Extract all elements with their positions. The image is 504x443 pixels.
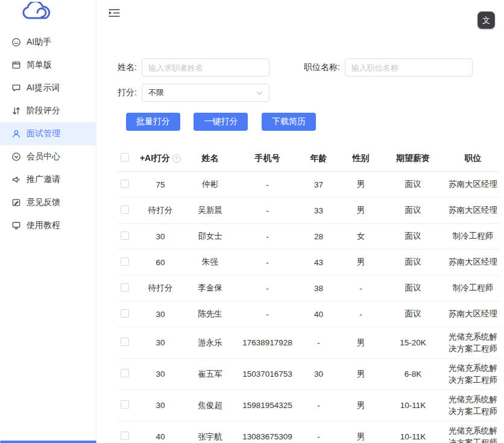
name-cell: 焦俊超 [181,400,239,411]
position-cell: 苏南大区经理 [446,304,500,324]
name-cell: 朱强 [181,257,239,268]
score-cell: 30 [139,401,181,410]
table-row: 75 仲彬 - 37 男 面议 苏南大区经理 [118,172,500,198]
header-position: 职位 [446,153,500,164]
sidebar-item-label: AI助手 [27,37,51,48]
row-checkbox[interactable] [121,180,129,188]
score-cell: 待打分 [139,205,181,216]
row-checkbox[interactable] [121,283,129,292]
salary-cell: 10-11K [380,432,446,441]
salary-cell: 面议 [380,179,446,190]
phone-cell: - [239,284,296,293]
app-logo [0,0,96,25]
collapse-sidebar-icon[interactable] [109,8,120,17]
sidebar-item-member-center[interactable]: 会员中心 [0,145,96,168]
row-checkbox[interactable] [121,338,129,346]
header-age: 年龄 [296,153,341,164]
table-row: 30 陈先生 - 40 - 面议 苏南大区经理 [118,301,500,327]
age-cell: - [296,432,341,441]
gender-cell: - [341,284,380,293]
job-filter-input[interactable] [345,58,473,77]
sidebar-item-ai-assistant[interactable]: AI助手 [0,31,96,54]
salary-cell: 10-11K [380,401,446,410]
horizontal-scrollbar-thumb[interactable] [0,441,96,443]
translate-button[interactable]: 文 [477,11,495,29]
table-row: 待打分 李金保 - 38 - 面议 制冷工程师 [118,275,500,301]
sidebar-item-tutorial[interactable]: 使用教程 [0,214,96,237]
row-checkbox[interactable] [121,206,129,214]
monitor-icon [11,221,21,231]
position-cell: 光储充系统解决方案工程师 [446,327,500,358]
table-row: 40 张宇航 13083675309 - 男 10-11K 光储充系统解决方案工… [118,421,500,443]
chat-bubble-icon [11,83,21,93]
sidebar-item-simple-version[interactable]: 简单版 [0,54,96,77]
gender-cell: 男 [341,205,380,216]
row-checkbox[interactable] [121,257,129,266]
position-cell: 光储充系统解决方案工程师 [446,421,500,443]
salary-cell: 面议 [380,283,446,294]
one-click-score-button[interactable]: 一键打分 [194,113,248,131]
phone-cell: 15037016753 [239,369,296,379]
salary-cell: 面议 [380,309,446,319]
score-cell: 60 [139,258,181,267]
salary-cell: 面议 [380,205,446,216]
header-ai-score: +AI打分 ? [139,153,181,164]
sidebar-item-promotion-invite[interactable]: 推广邀请 [0,168,96,191]
age-cell: 37 [296,180,341,189]
gender-cell: 男 [341,257,380,268]
score-filter-select[interactable]: 不限 [142,84,269,102]
select-all-checkbox[interactable] [121,153,129,162]
sidebar-item-label: 面试管理 [27,128,60,139]
megaphone-icon [11,175,21,185]
row-checkbox[interactable] [121,309,129,318]
position-cell: 光储充系统解决方案工程师 [446,359,500,389]
member-badge-icon [11,152,21,162]
sidebar-item-interview-management[interactable]: 面试管理 [0,122,96,145]
header-phone: 手机号 [239,153,296,164]
age-cell: 28 [296,232,341,241]
gender-cell: 女 [341,231,380,242]
score-cell: 30 [139,232,181,241]
name-cell: 李金保 [181,283,239,294]
row-checkbox[interactable] [121,432,129,440]
table-body: 75 仲彬 - 37 男 面议 苏南大区经理 待打分 吴新晨 - 33 男 面议… [118,172,500,443]
sidebar-item-stage-score[interactable]: 阶段评分 [0,99,96,122]
table-row: 30 焦俊超 15981954325 - 男 10-11K 光储充系统解决方案工… [118,390,500,421]
header-gender: 性别 [341,153,380,164]
age-cell: 43 [296,258,341,267]
sidebar-item-feedback[interactable]: 意见反馈 [0,191,96,214]
score-filter-value: 不限 [148,87,164,98]
row-checkbox[interactable] [121,369,129,377]
table-row: 30 邵女士 - 28 女 面议 制冷工程师 [118,224,500,250]
app-root: AI助手 简单版 AI提示词 阶段评分 面试管理 会员中心 推广邀请 意见反馈 … [0,0,504,443]
sidebar-item-label: 意见反馈 [27,197,60,208]
phone-cell: - [239,180,296,189]
score-cell: 待打分 [139,283,181,294]
score-cell: 30 [139,369,181,379]
score-cell: 30 [139,310,181,319]
gender-cell: 男 [341,369,380,380]
batch-score-button[interactable]: 批量打分 [126,113,180,131]
score-cell: 75 [139,180,181,189]
gender-cell: 男 [341,400,380,411]
header-salary: 期望薪资 [380,153,446,164]
sidebar-item-label: AI提示词 [27,83,60,93]
age-cell: 40 [296,310,341,319]
gender-cell: 男 [341,179,380,190]
chevron-down-icon [256,91,263,95]
name-filter-label: 姓名: [118,62,137,73]
sidebar-item-ai-prompts[interactable]: AI提示词 [0,77,96,99]
table-header: +AI打分 ? 姓名 手机号 年龄 性别 期望薪资 职位 [118,145,500,172]
name-filter-input[interactable] [142,58,269,77]
sidebar-menu: AI助手 简单版 AI提示词 阶段评分 面试管理 会员中心 推广邀请 意见反馈 … [0,31,96,237]
name-cell: 吴新晨 [181,205,239,216]
row-checkbox[interactable] [121,231,129,240]
help-icon[interactable]: ? [172,154,181,163]
header-name: 姓名 [181,153,239,164]
gender-cell: 男 [341,432,380,442]
name-cell: 崔五军 [181,369,239,380]
table-row: 60 朱强 - 43 男 面议 苏南大区经理 [118,250,500,275]
phone-cell: - [239,310,296,319]
row-checkbox[interactable] [121,400,129,409]
download-resume-button[interactable]: 下载简历 [262,113,316,131]
